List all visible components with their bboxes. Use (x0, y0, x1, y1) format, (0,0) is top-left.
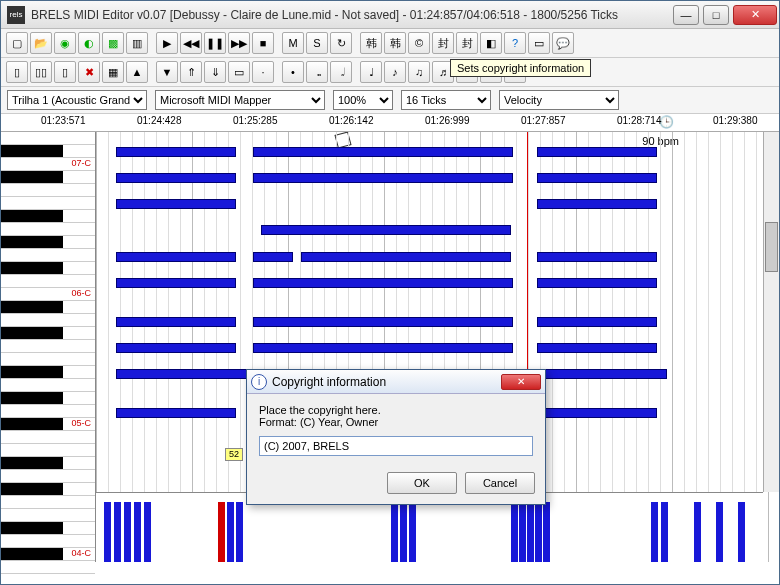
dotted-rect-button[interactable]: ▭ (228, 61, 250, 83)
piano-key[interactable]: 06-C (1, 288, 95, 301)
titlebar[interactable]: rels BRELS MIDI Editor v0.07 [Debussy - … (1, 1, 779, 29)
midi-note[interactable] (537, 199, 657, 209)
velocity-bar[interactable] (543, 502, 550, 562)
velocity-bar[interactable] (716, 502, 723, 562)
velocity-bar[interactable] (661, 502, 668, 562)
velocity-bar[interactable] (236, 502, 243, 562)
zoom-select[interactable]: 100% (333, 90, 393, 110)
note-eighth-button[interactable]: ♪ (384, 61, 406, 83)
piano-key[interactable] (1, 353, 95, 366)
midi-note[interactable] (537, 317, 657, 327)
ok-button[interactable]: OK (387, 472, 457, 494)
play-button[interactable]: ▶ (156, 32, 178, 54)
piano-key[interactable] (1, 184, 95, 197)
down-button[interactable]: ▼ (156, 61, 178, 83)
velocity-bar[interactable] (134, 502, 141, 562)
midi-note[interactable] (116, 343, 236, 353)
piano-key[interactable] (1, 366, 95, 379)
scroll-thumb[interactable] (765, 222, 778, 272)
note-quarter-button[interactable]: ♩ (360, 61, 382, 83)
velocity-bar[interactable] (124, 502, 131, 562)
open-yellow-button[interactable]: 📂 (30, 32, 52, 54)
piano-key[interactable]: 05-C (1, 418, 95, 431)
dot-button[interactable]: · (252, 61, 274, 83)
device-select[interactable]: Microsoft MIDI Mapper (155, 90, 325, 110)
piano-key[interactable] (1, 392, 95, 405)
rew-button[interactable]: ◀◀ (180, 32, 202, 54)
piano-key[interactable] (1, 249, 95, 262)
velocity-bar[interactable] (218, 502, 225, 562)
midi-note[interactable] (301, 252, 511, 262)
del-red-button[interactable]: ✖ (78, 61, 100, 83)
midi-note[interactable] (253, 343, 513, 353)
velocity-bar[interactable] (227, 502, 234, 562)
dot2-button[interactable]: • (282, 61, 304, 83)
velocity-bar[interactable] (527, 502, 534, 562)
pause-button[interactable]: ❚❚ (204, 32, 226, 54)
scrollbar-vertical[interactable] (763, 132, 779, 492)
midi-note[interactable] (537, 278, 657, 288)
help-blue-button[interactable]: ? (504, 32, 526, 54)
midi-note[interactable] (116, 147, 236, 157)
cancel-button[interactable]: Cancel (465, 472, 535, 494)
midi-note[interactable] (261, 225, 511, 235)
piano-key[interactable] (1, 561, 95, 574)
track-select[interactable]: Trilha 1 (Acoustic Grand Piano) (7, 90, 147, 110)
velocity-bar[interactable] (511, 502, 518, 562)
piano-key[interactable] (1, 171, 95, 184)
velocity-bar[interactable] (400, 502, 407, 562)
velocity-bar[interactable] (519, 502, 526, 562)
midi-note[interactable] (537, 252, 657, 262)
piano-key[interactable] (1, 275, 95, 288)
piano-keyboard[interactable]: 07-C06-C05-C04-C (1, 132, 96, 562)
piano-key[interactable] (1, 470, 95, 483)
col1-button[interactable]: ▯ (6, 61, 28, 83)
midi-note[interactable] (116, 252, 236, 262)
S-button[interactable]: S (306, 32, 328, 54)
midi-note[interactable] (537, 147, 657, 157)
vert-bars-button[interactable]: ▥ (126, 32, 148, 54)
col2-button[interactable]: ▯▯ (30, 61, 52, 83)
midi-note[interactable] (537, 343, 657, 353)
minimize-button[interactable]: — (673, 5, 699, 25)
midi-note[interactable] (116, 173, 236, 183)
midi-note[interactable] (253, 252, 293, 262)
note-16-button[interactable]: ♫ (408, 61, 430, 83)
piano-key[interactable] (1, 535, 95, 548)
midi-note[interactable] (116, 278, 236, 288)
midi-note[interactable] (537, 369, 667, 379)
piano-key[interactable] (1, 236, 95, 249)
piano-key[interactable] (1, 132, 95, 145)
velocity-bar[interactable] (651, 502, 658, 562)
piano-key[interactable] (1, 340, 95, 353)
velocity-bar[interactable] (535, 502, 542, 562)
chinese2-button[interactable]: 韩 (384, 32, 406, 54)
copyright-input[interactable] (259, 436, 533, 456)
view-select[interactable]: Velocity (499, 90, 619, 110)
piano-key[interactable] (1, 197, 95, 210)
green-circle-button[interactable]: ◉ (54, 32, 76, 54)
up2-button[interactable]: ⇑ (180, 61, 202, 83)
stop-button[interactable]: ■ (252, 32, 274, 54)
note-whole-button[interactable]: 𝅝 (306, 61, 328, 83)
piano-key[interactable] (1, 314, 95, 327)
midi-note[interactable] (116, 199, 236, 209)
midi-note[interactable] (253, 147, 513, 157)
piano-key[interactable]: 04-C (1, 548, 95, 561)
M-button[interactable]: M (282, 32, 304, 54)
col3-button[interactable]: ▯ (54, 61, 76, 83)
velocity-bar[interactable] (409, 502, 416, 562)
piano-key[interactable] (1, 431, 95, 444)
piano-key[interactable] (1, 444, 95, 457)
close-button[interactable]: ✕ (733, 5, 777, 25)
midi-note[interactable] (537, 408, 657, 418)
piano-key[interactable] (1, 483, 95, 496)
midi-note[interactable] (116, 408, 236, 418)
speech-button[interactable]: 💬 (552, 32, 574, 54)
dialog-close-button[interactable]: ✕ (501, 374, 541, 390)
velocity-bar[interactable] (144, 502, 151, 562)
eraser-button[interactable]: ◧ (480, 32, 502, 54)
loop-button[interactable]: ↻ (330, 32, 352, 54)
velocity-bar[interactable] (114, 502, 121, 562)
up-button[interactable]: ▲ (126, 61, 148, 83)
